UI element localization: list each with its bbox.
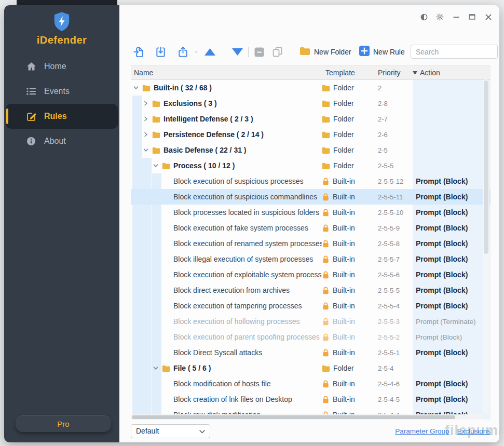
template-cell: Folder [322, 127, 378, 142]
chevron-right-icon[interactable] [143, 101, 149, 106]
sidebar-item-about[interactable]: About [4, 129, 119, 154]
priority-cell: 2-6 [378, 127, 413, 142]
close-icon[interactable] [484, 13, 492, 21]
sidebar-item-rules[interactable]: Rules [6, 104, 118, 129]
sidebar-item-events[interactable]: Events [4, 79, 119, 104]
table-row[interactable]: Block execution of fake system processes… [131, 220, 491, 236]
toolbar: New Folder New Rule [119, 44, 499, 60]
name-cell: Block Direct Syscall attacks [131, 345, 322, 360]
folder-name: File ( 5 / 6 ) [173, 364, 211, 372]
table-row[interactable]: Process ( 10 / 12 )Folder2-5-5 [131, 158, 491, 173]
column-header-action[interactable]: Action [413, 69, 491, 77]
table-row[interactable]: Built-in ( 32 / 68 )Folder2 [131, 80, 491, 96]
table-row[interactable]: Block execution of suspicious commandlin… [131, 189, 491, 205]
rule-name: Block illegal execution of system proces… [173, 255, 313, 263]
rules-icon [26, 112, 36, 121]
column-header-priority[interactable]: Priority [378, 69, 413, 77]
chevron-down-icon[interactable] [153, 366, 159, 371]
template-cell: Built-in [322, 189, 378, 205]
chevron-down-icon[interactable] [153, 163, 159, 168]
name-cell: Exclusions ( 3 ) [131, 96, 322, 111]
template-cell: Folder [322, 80, 378, 96]
add-rule-from-file-icon[interactable] [133, 44, 145, 60]
priority-cell: 2-5-5-2 [378, 329, 413, 345]
theme-toggle-icon[interactable] [420, 13, 428, 21]
chevron-right-icon[interactable] [143, 116, 149, 121]
table-row[interactable]: Basic Defense ( 22 / 31 )Folder2-5 [131, 142, 491, 158]
name-cell: Block execution of fake system processes [131, 220, 322, 236]
column-header-name[interactable]: Name [131, 69, 322, 77]
search-input[interactable] [411, 45, 498, 59]
sidebar-item-label: Events [44, 87, 70, 96]
table-row[interactable]: Block direct execution from archivesBuil… [131, 282, 491, 298]
table-row[interactable]: Block illegal execution of system proces… [131, 251, 491, 267]
column-header-template[interactable]: Template [322, 69, 378, 77]
main-panel: New Folder New Rule Name Template Priori… [119, 5, 499, 442]
table-row[interactable]: Block processes located in suspicious fo… [131, 205, 491, 220]
move-up-icon[interactable] [203, 44, 217, 60]
lock-icon [322, 193, 329, 201]
priority-cell: 2-5-5-1 [378, 345, 413, 360]
name-cell: Block direct execution from archives [131, 282, 322, 298]
chevron-down-icon[interactable] [143, 147, 149, 153]
table-row[interactable]: File ( 5 / 6 )Folder2-5-4 [131, 360, 491, 376]
sort-descending-icon [413, 71, 417, 75]
priority-cell: 2-5-5-8 [378, 236, 413, 251]
delete-icon[interactable] [254, 44, 265, 60]
table-row[interactable]: Block modification of hosts fileBuilt-in… [131, 376, 491, 391]
template-cell: Built-in [322, 173, 378, 189]
table-row[interactable]: Block execution of exploitable system pr… [131, 267, 491, 282]
table-row[interactable]: Intelligent Defense ( 2 / 3 )Folder2-7 [131, 111, 491, 127]
priority-cell: 2-5-5-11 [378, 189, 413, 205]
app-title: iDefender [4, 34, 119, 46]
priority-cell: 2-5-4-5 [378, 391, 413, 407]
table-row[interactable]: Exclusions ( 3 )Folder2-8 [131, 96, 491, 111]
template-cell: Folder [322, 96, 378, 111]
table-row[interactable]: Block execution of hollowing processesBu… [131, 314, 491, 329]
table-row[interactable]: Block execution of parent spoofing proce… [131, 329, 491, 345]
action-cell: Prompt (Block) [413, 267, 491, 282]
table-row[interactable]: Block creation of lnk files on DesktopBu… [131, 391, 491, 407]
export-icon[interactable] [177, 44, 189, 60]
template-cell: Built-in [322, 314, 378, 329]
priority-cell: 2-5-5-6 [378, 267, 413, 282]
new-folder-button[interactable]: New Folder [299, 44, 351, 60]
folder-icon [322, 147, 330, 154]
table-row[interactable]: Block Direct Syscall attacksBuilt-in2-5-… [131, 345, 491, 360]
parameter-group-link[interactable]: Parameter Group [395, 427, 449, 435]
move-down-icon[interactable] [230, 44, 244, 60]
action-cell: Prompt (Block) [413, 282, 491, 298]
priority-cell: 2-5-4-6 [378, 376, 413, 391]
new-rule-button[interactable]: New Rule [359, 44, 405, 60]
home-icon [26, 62, 36, 71]
table-row[interactable]: Block execution of suspicious processesB… [131, 173, 491, 189]
chevron-down-icon[interactable] [133, 85, 139, 90]
vertical-scrollbar[interactable] [483, 79, 489, 413]
rule-name: Block execution of tampering processes [173, 302, 302, 310]
table-row[interactable]: Block execution of renamed system proces… [131, 236, 491, 251]
minimize-icon[interactable] [452, 13, 460, 21]
folder-icon [152, 116, 160, 123]
name-cell: Block execution of renamed system proces… [131, 236, 322, 251]
priority-cell: 2-5-5-4 [378, 298, 413, 314]
folder-icon [322, 116, 330, 123]
pro-button[interactable]: Pro [16, 415, 111, 432]
maximize-icon[interactable] [468, 13, 476, 21]
settings-gear-icon[interactable] [436, 13, 444, 21]
chevron-right-icon[interactable] [143, 132, 149, 137]
template-cell: Built-in [322, 251, 378, 267]
horizontal-scrollbar[interactable] [131, 414, 482, 420]
sidebar-item-home[interactable]: Home [4, 54, 119, 79]
table-row[interactable]: Block execution of tampering processesBu… [131, 298, 491, 314]
duplicate-icon[interactable] [272, 44, 283, 60]
template-cell: Built-in [322, 220, 378, 236]
exclusions-link[interactable]: Exclusions [457, 427, 491, 435]
action-cell: Prompt (Block) [413, 173, 491, 189]
horizontal-scrollbar-thumb[interactable] [132, 415, 455, 419]
action-cell: Prompt (Terminate) [413, 314, 491, 329]
vertical-scrollbar-thumb[interactable] [484, 80, 488, 254]
import-icon[interactable] [155, 44, 167, 60]
footer-bar: Default Parameter GroupExclusions [131, 424, 491, 438]
preset-select[interactable]: Default [131, 424, 210, 438]
table-row[interactable]: Persistence Defense ( 2 / 14 )Folder2-6 [131, 127, 491, 142]
